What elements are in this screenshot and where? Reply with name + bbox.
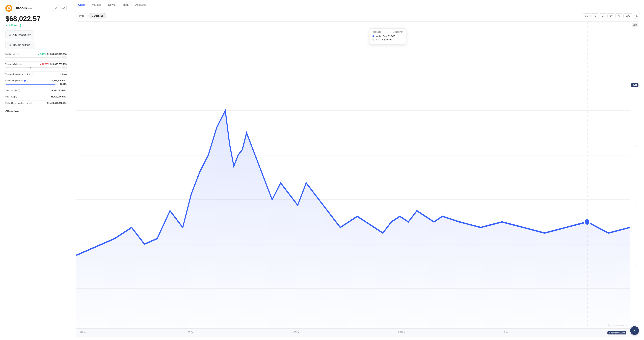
fdmc-info-icon[interactable]: i bbox=[29, 102, 32, 104]
vol-market-cap-row: Volume/Market cap (24h) i 2.20% bbox=[5, 73, 66, 76]
total-supply-label: Total supply i bbox=[5, 89, 20, 92]
svg-point-1 bbox=[64, 7, 64, 8]
max-supply-label: Max. supply i bbox=[5, 96, 20, 98]
svg-point-15 bbox=[585, 218, 590, 225]
vol-market-cap-value: 2.20% bbox=[60, 73, 66, 76]
download-btn[interactable] bbox=[633, 13, 640, 18]
log-btn[interactable]: LOG bbox=[623, 14, 633, 18]
y-label-5: 1.3T bbox=[631, 265, 638, 267]
market-cap-btn[interactable]: Market cap bbox=[88, 13, 106, 18]
svg-line-5 bbox=[63, 8, 64, 8]
add-to-watchlist-button[interactable]: Add to watchlist + bbox=[5, 30, 34, 39]
time-1y-btn[interactable]: 1Y bbox=[608, 14, 615, 18]
max-supply-info-icon[interactable]: i bbox=[18, 96, 20, 98]
coin-action-buttons bbox=[53, 5, 66, 11]
y-label-1: 1.4T bbox=[631, 23, 638, 25]
svg-point-3 bbox=[64, 9, 64, 10]
tab-markets[interactable]: Markets bbox=[91, 0, 102, 10]
tab-about[interactable]: About bbox=[121, 0, 129, 10]
coin-price: $68,022.57 bbox=[5, 15, 66, 23]
watchlist-plus-icon: + bbox=[29, 33, 31, 36]
x-axis-container: 8:00 AM 12:00 PM 4:00 PM 8:00 PM 6 Apr 6… bbox=[76, 328, 630, 337]
market-cap-rank: #1 bbox=[62, 56, 66, 59]
volume-rank: #2 bbox=[62, 66, 66, 69]
circ-supply-fill bbox=[5, 84, 55, 84]
market-cap-bar bbox=[5, 57, 61, 58]
volume-bar bbox=[5, 67, 61, 68]
svg-line-4 bbox=[63, 8, 64, 9]
chart-controls: Price Market cap 1D 7D 1M 1Y All LOG bbox=[76, 13, 640, 18]
x-label-4: 8:00 PM bbox=[398, 331, 405, 334]
chevron-up-icon bbox=[633, 329, 636, 332]
x-label-2: 12:00 PM bbox=[186, 331, 193, 334]
fdmc-value: $1,428,452,866,470 bbox=[47, 102, 66, 104]
portfolio-plus-icon: + bbox=[30, 43, 32, 47]
verified-icon bbox=[24, 80, 26, 82]
x-axis: 8:00 AM 12:00 PM 4:00 PM 8:00 PM 6 Apr 6… bbox=[76, 331, 630, 334]
price-change: ▲ 1.47% (1d) bbox=[5, 24, 66, 27]
right-panel: Chart Markets News About Analytics Price… bbox=[72, 0, 644, 340]
btc-logo bbox=[7, 6, 11, 10]
y-label-active: 1.3T bbox=[631, 83, 638, 87]
total-supply-value: 19,674,625 BTC bbox=[51, 89, 66, 92]
market-cap-change: ▲ 1.48% bbox=[38, 53, 46, 55]
tooltip-date: 04/06/2024 bbox=[372, 31, 382, 33]
divider-3 bbox=[5, 78, 66, 78]
total-supply-info-icon[interactable]: i bbox=[18, 89, 20, 92]
svg-point-2 bbox=[62, 8, 63, 8]
tab-chart[interactable]: Chart bbox=[78, 0, 86, 10]
cmc-logo-icon: M bbox=[608, 324, 611, 327]
svg-marker-6 bbox=[9, 34, 11, 36]
coin-header: Bitcoin BTC bbox=[5, 5, 66, 12]
time-all-btn[interactable]: All bbox=[616, 14, 623, 18]
tooltip-market-cap-dot bbox=[372, 36, 374, 37]
scroll-to-top-button[interactable] bbox=[630, 326, 639, 335]
market-cap-info-icon[interactable]: i bbox=[17, 53, 20, 55]
left-panel: Bitcoin BTC $68,022.57 ▲ 1.47% (1d) Add … bbox=[0, 0, 72, 340]
market-cap-label: Market cap i bbox=[5, 53, 20, 55]
time-range-buttons: 1D 7D 1M 1Y All LOG bbox=[583, 13, 640, 18]
divider-4 bbox=[5, 88, 66, 88]
tooltip-market-cap-row: Market Cap: $1.34T bbox=[372, 35, 403, 38]
watchlist-btn-label: Add to watchlist bbox=[13, 34, 29, 36]
coin-symbol: BTC bbox=[28, 7, 33, 10]
circ-supply-label: Circulating supply i bbox=[5, 79, 29, 82]
vol-market-cap-info-icon[interactable]: i bbox=[31, 73, 33, 76]
star-icon bbox=[55, 7, 58, 10]
share-button[interactable] bbox=[60, 5, 66, 11]
tooltip-vol-value: $29.39B bbox=[384, 38, 392, 41]
watchlist-star-button[interactable] bbox=[53, 5, 59, 11]
svg-text:M: M bbox=[609, 325, 610, 326]
tab-analytics[interactable]: Analytics bbox=[135, 0, 147, 10]
stats-section: Market cap i ▲ 1.48% $1,338,318,621,918 … bbox=[5, 53, 66, 107]
track-portfolio-button[interactable]: Track in portfolio + bbox=[5, 40, 35, 49]
download-icon bbox=[636, 14, 638, 17]
tabs-bar: Chart Markets News About Analytics bbox=[72, 0, 644, 10]
x-label-5: 6 Apr bbox=[504, 331, 508, 334]
volume-chevron-icon[interactable]: › bbox=[23, 63, 23, 66]
official-links-header: Official links bbox=[5, 110, 66, 112]
time-1m-btn[interactable]: 1M bbox=[599, 14, 607, 18]
x-label-3: 4:00 PM bbox=[292, 331, 299, 334]
tooltip-market-cap-label: Market Cap: $1.34T bbox=[376, 35, 395, 38]
tooltip-market-cap-value: $1.34T bbox=[388, 35, 395, 38]
price-btn[interactable]: Price bbox=[76, 13, 88, 18]
x-label-1: 8:00 AM bbox=[80, 331, 86, 334]
circ-supply-row: Circulating supply i 19,674,625 BTC 93.6… bbox=[5, 79, 66, 85]
fdmc-row: Fully diluted market cap i $1,428,452,86… bbox=[5, 102, 66, 104]
chart-type-buttons: Price Market cap bbox=[76, 13, 106, 18]
volume-value: $29,368,739,195 bbox=[50, 63, 66, 66]
fdmc-label: Fully diluted market cap i bbox=[5, 102, 32, 104]
market-cap-row: Market cap i ▲ 1.48% $1,338,318,621,918 … bbox=[5, 53, 66, 59]
volume-change: ▼ 20.30% bbox=[40, 63, 49, 66]
time-7d-btn[interactable]: 7D bbox=[591, 14, 599, 18]
x-label-active: 6 Apr '24 05:06:08 bbox=[608, 331, 626, 334]
time-1d-btn[interactable]: 1D bbox=[583, 14, 591, 18]
divider-6 bbox=[5, 100, 66, 100]
volume-info-icon[interactable]: i bbox=[19, 63, 22, 66]
market-cap-value: $1,338,318,621,918 bbox=[47, 53, 66, 55]
star-outline-icon bbox=[8, 34, 11, 36]
portfolio-btn-label: Track in portfolio bbox=[13, 44, 30, 46]
circ-supply-info-icon[interactable]: i bbox=[27, 80, 29, 82]
tab-news[interactable]: News bbox=[108, 0, 116, 10]
